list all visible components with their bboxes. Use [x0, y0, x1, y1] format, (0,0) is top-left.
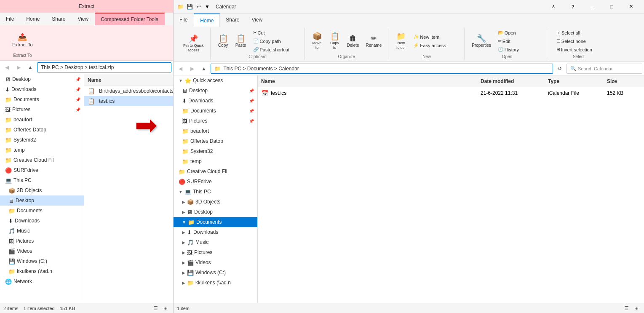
history-button[interactable]: 🕐 History [495, 45, 545, 54]
right-col-date[interactable]: Date modified [481, 78, 548, 84]
left-sidebar-item-system32[interactable]: 📁 System32 [0, 135, 84, 145]
left-tab-view[interactable]: View [72, 13, 95, 25]
left-sidebar-item-creative[interactable]: 📁 Creative Cloud Fil [0, 155, 84, 165]
delete-button[interactable]: 🗑 Delete [344, 29, 362, 54]
right-sidebar-temp[interactable]: 📁 temp [174, 156, 257, 166]
paste-shortcut-button[interactable]: 🔗 Paste shortcut [250, 45, 301, 54]
left-sidebar-item-network[interactable]: 🌐 Network [0, 276, 84, 286]
right-tab-home[interactable]: Home [194, 13, 220, 27]
left-file-row-1[interactable]: 📋 Birthdays_addressbook#contacts@... [84, 86, 173, 96]
extract-to-button[interactable]: 📤 Extract To [7, 28, 38, 52]
left-sidebar-item-videos[interactable]: 🎬 Videos [0, 246, 84, 256]
maximize-btn[interactable]: □ [602, 0, 621, 13]
left-tab-share[interactable]: Share [46, 13, 72, 25]
left-file-row-2[interactable]: 📋 test.ics [84, 96, 173, 106]
properties-button[interactable]: 🔧 Properties [469, 29, 494, 54]
right-sidebar-downloads[interactable]: ⬇ Downloads 📌 [174, 96, 257, 106]
new-folder-button[interactable]: 📁 Newfolder [393, 29, 409, 54]
left-sidebar-item-pictures[interactable]: 🖼 Pictures 📌 [0, 104, 84, 115]
select-none-button[interactable]: ☐ Select none [553, 37, 604, 45]
title-bar-left: 📁 💾 ↩ ▼ Calendar [177, 3, 236, 10]
right-sidebar-beaufort[interactable]: 📁 beaufort [174, 126, 257, 136]
right-tab-file[interactable]: File [174, 13, 194, 26]
left-sidebar-item-thispc[interactable]: 💻 This PC [0, 175, 84, 185]
left-forward-button[interactable]: ▶ [13, 62, 24, 72]
easy-access-button[interactable]: ⚡ Easy access [410, 41, 461, 49]
right-sidebar-quickaccess[interactable]: ▼ ⭐ Quick access [174, 75, 257, 86]
left-sidebar-item-downloads[interactable]: ⬇ Downloads 📌 [0, 84, 84, 94]
select-all-button[interactable]: ☑ Select all [553, 29, 604, 37]
new-item-button[interactable]: ✨ New item [410, 33, 461, 41]
right-sidebar-pictures[interactable]: 🖼 Pictures 📌 [174, 116, 257, 126]
left-up-button[interactable]: ▲ [25, 62, 35, 72]
right-sidebar-offertes[interactable]: 📁 Offertes Datop [174, 136, 257, 146]
invert-selection-button[interactable]: ⊟ Invert selection [553, 45, 604, 54]
left-sidebar-item-documents[interactable]: 📁 Documents 📌 [0, 94, 84, 104]
left-sidebar-item-desktop[interactable]: 🖥 Desktop 📌 [0, 74, 84, 84]
right-forward-button[interactable]: ▶ [187, 64, 197, 74]
right-sidebar-3dobjects[interactable]: ▶ 📦 3D Objects [174, 197, 257, 207]
left-tab-home[interactable]: Home [20, 13, 46, 25]
right-sidebar-desktop[interactable]: 🖥 Desktop 📌 [174, 86, 257, 96]
left-sidebar-item-3dobjects[interactable]: 📦 3D Objects [0, 185, 84, 195]
right-sidebar-documents[interactable]: 📁 Documents 📌 [174, 106, 257, 116]
left-sidebar-item-desktop2[interactable]: 🖥 Desktop [0, 195, 84, 206]
right-sidebar-creative[interactable]: 📁 Creative Cloud Fil [174, 166, 257, 177]
left-sidebar-item-documents2[interactable]: 📁 Documents [0, 206, 84, 216]
left-sidebar-item-beaufort[interactable]: 📁 beaufort [0, 115, 84, 125]
edit-button[interactable]: ✏ Edit [495, 37, 545, 45]
right-file-row-1[interactable]: 📅 test.ics 21-6-2022 11:31 iCalendar Fil… [258, 87, 644, 99]
left-tab-file[interactable]: File [0, 13, 20, 25]
right-sidebar-documents2[interactable]: ▼ 📁 Documents [174, 217, 257, 227]
right-sidebar-videos[interactable]: ▶ 🎬 Videos [174, 257, 257, 268]
left-tab-compressed[interactable]: Compressed Folder Tools [95, 13, 165, 25]
right-col-type[interactable]: Type [548, 78, 607, 84]
left-sidebar-item-surfdrive[interactable]: 🔴 SURFdrive [0, 165, 84, 175]
cut-button[interactable]: ✂ Cut [250, 29, 301, 37]
left-sidebar-item-music[interactable]: 🎵 Music [0, 226, 84, 236]
left-path[interactable]: This PC > Desktop > test.ical.zip [37, 62, 171, 72]
downloads2-icon: ⬇ [8, 218, 13, 224]
copy-to-button[interactable]: 📋 Copyto [326, 29, 343, 54]
right-sidebar-windowsc[interactable]: ▶ 💾 Windows (C:) [174, 268, 257, 278]
right-sidebar-desktop2[interactable]: ▶ 🖥 Desktop [174, 207, 257, 217]
close-btn[interactable]: ✕ [621, 0, 641, 13]
right-path[interactable]: 📁 This PC > Documents > Calendar [211, 64, 553, 74]
left-tiles-view-btn[interactable]: ⊞ [161, 304, 170, 313]
right-back-button[interactable]: ◀ [175, 64, 185, 74]
right-sidebar-surfdrive[interactable]: 🔴 SURFdrive [174, 177, 257, 187]
left-back-button[interactable]: ◀ [2, 62, 12, 72]
help-btn[interactable]: ? [563, 0, 583, 13]
right-up-button[interactable]: ▲ [199, 64, 209, 74]
copy-button-main[interactable]: 📋 Copy [215, 29, 232, 54]
right-tiles-view-btn[interactable]: ⊞ [632, 304, 641, 313]
right-col-size[interactable]: Size [607, 78, 641, 84]
left-sidebar-item-windowsc[interactable]: 💾 Windows (C:) [0, 256, 84, 266]
move-to-button[interactable]: 📦 Moveto [309, 29, 326, 54]
minimize-btn[interactable]: ─ [583, 0, 602, 13]
left-details-view-btn[interactable]: ☰ [151, 304, 160, 313]
right-tab-view[interactable]: View [246, 13, 269, 26]
rename-button[interactable]: ✏ Rename [363, 29, 385, 54]
right-sidebar-music[interactable]: ▶ 🎵 Music [174, 237, 257, 247]
copy-path-button[interactable]: 📄 Copy path [250, 37, 301, 45]
pin-to-quick-button[interactable]: 📌 Pin to Quickaccess [180, 32, 207, 56]
search-box[interactable]: 🔍 Search Calendar [567, 64, 642, 74]
expand-ribbon-btn[interactable]: ∧ [544, 0, 563, 13]
left-sidebar-item-temp[interactable]: 📁 temp [0, 145, 84, 155]
right-sidebar-thispc[interactable]: ▼ 💻 This PC [174, 187, 257, 197]
left-sidebar-item-kkulkens[interactable]: 📁 kkulkens (\\ad.n [0, 266, 84, 276]
right-details-view-btn[interactable]: ☰ [622, 304, 631, 313]
right-tab-share[interactable]: Share [220, 13, 246, 26]
right-col-name[interactable]: Name [261, 78, 481, 84]
open-button[interactable]: 📂 Open [495, 29, 545, 37]
left-sidebar-item-downloads2[interactable]: ⬇ Downloads [0, 216, 84, 226]
right-sidebar-pictures2[interactable]: ▶ 🖼 Pictures [174, 247, 257, 257]
right-sidebar-system32[interactable]: 📁 System32 [174, 146, 257, 156]
right-sidebar-kkulkens[interactable]: ▶ 📁 kkulkens (\\ad.n [174, 278, 257, 288]
left-sidebar-item-pictures2[interactable]: 🖼 Pictures [0, 236, 84, 246]
left-sidebar-item-offertes[interactable]: 📁 Offertes Datop [0, 125, 84, 135]
right-sidebar-downloads2[interactable]: ▶ ⬇ Downloads [174, 227, 257, 237]
paste-button[interactable]: 📋 Paste [232, 29, 249, 54]
refresh-button[interactable]: ↺ [555, 64, 565, 74]
